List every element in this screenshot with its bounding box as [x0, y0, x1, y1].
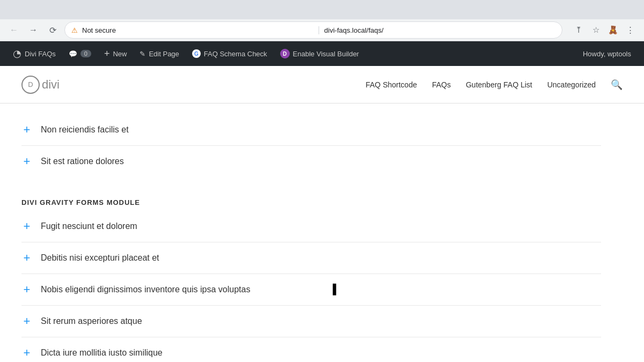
cursor: ▌	[333, 284, 340, 295]
menu-button[interactable]: ⋮	[623, 23, 638, 38]
faq-item[interactable]: + Sit rerum asperiores atque	[21, 306, 601, 337]
nav-uncategorized[interactable]: Uncategorized	[547, 80, 596, 89]
section-heading: DIVI GRAVITY FORMS MODULE	[21, 198, 601, 206]
forward-button[interactable]: →	[26, 23, 41, 38]
faq-title: Dicta iure mollitia iusto similique	[41, 348, 163, 358]
main-faq-list: + Fugit nesciunt et dolorem + Debitis ni…	[21, 211, 601, 362]
main-content: + Non reiciendis facilis et + Sit est ra…	[0, 104, 623, 362]
browser-controls: ← → ⟳ ⚠ Not secure | divi-faqs.local/faq…	[0, 19, 644, 41]
admin-bar-edit-page[interactable]: ✎ Edit Page	[133, 41, 185, 66]
faq-title: Nobis eligendi dignissimos inventore qui…	[41, 285, 250, 294]
logo-text: divi	[42, 78, 60, 92]
faq-item[interactable]: + Fugit nesciunt et dolorem	[21, 211, 601, 242]
faq-title: Non reiciendis facilis et	[41, 125, 129, 135]
faq-title: Debitis nisi excepturi placeat et	[41, 253, 159, 263]
comments-icon: 💬	[69, 50, 77, 58]
browser-chrome: ← → ⟳ ⚠ Not secure | divi-faqs.local/faq…	[0, 0, 644, 41]
divi-icon: D	[280, 49, 290, 58]
admin-bar-howdy: Howdy, wptools	[576, 50, 638, 58]
expand-icon: +	[21, 220, 32, 232]
admin-bar-comments[interactable]: 💬 0	[62, 41, 98, 66]
expand-icon: +	[21, 156, 32, 167]
extensions-button[interactable]: 🧸	[605, 23, 620, 38]
search-button[interactable]: 🔍	[611, 79, 623, 91]
faq-item[interactable]: + Dicta iure mollitia iusto similique	[21, 337, 601, 362]
expand-icon: +	[21, 315, 32, 327]
faq-item[interactable]: + Nobis eligendi dignissimos inventore q…	[21, 274, 601, 306]
not-secure-label: Not secure	[82, 26, 313, 34]
site-header: D divi FAQ Shortcode FAQs Gutenberg FAQ …	[0, 66, 644, 104]
admin-bar-faq-schema[interactable]: G FAQ Schema Check	[186, 41, 274, 66]
faq-title: Sit rerum asperiores atque	[41, 316, 142, 326]
nav-faqs[interactable]: FAQs	[432, 80, 451, 89]
expand-icon: +	[21, 284, 32, 295]
site-nav: FAQ Shortcode FAQs Gutenberg FAQ List Un…	[365, 79, 623, 91]
faq-item[interactable]: + Debitis nisi excepturi placeat et	[21, 242, 601, 274]
google-icon: G	[192, 49, 201, 58]
browser-actions: ⤒ ☆ 🧸 ⋮	[571, 23, 638, 38]
edit-icon: ✎	[140, 50, 145, 58]
expand-icon: +	[21, 124, 32, 136]
admin-bar-site-name[interactable]: ◔ Divi FAQs	[6, 41, 62, 66]
url-display: divi-faqs.local/faqs/	[324, 26, 555, 34]
wordpress-icon: ◔	[13, 48, 21, 60]
admin-bar-enable-vb[interactable]: D Enable Visual Builder	[274, 41, 365, 66]
faq-title: Fugit nesciunt et dolorem	[41, 221, 137, 231]
bookmark-button[interactable]: ☆	[588, 23, 603, 38]
share-button[interactable]: ⤒	[571, 23, 586, 38]
logo-circle-icon: D	[21, 76, 40, 94]
top-faq-list: + Non reiciendis facilis et + Sit est ra…	[21, 114, 601, 177]
faq-item[interactable]: + Non reiciendis facilis et	[21, 114, 601, 146]
back-button[interactable]: ←	[6, 23, 21, 38]
address-bar[interactable]: ⚠ Not secure | divi-faqs.local/faqs/	[64, 21, 562, 39]
expand-icon: +	[21, 347, 32, 359]
faq-item[interactable]: + Sit est ratione dolores	[21, 146, 601, 177]
security-icon: ⚠	[71, 26, 78, 34]
admin-bar-new[interactable]: + New	[98, 41, 134, 66]
reload-button[interactable]: ⟳	[45, 23, 60, 38]
site-logo[interactable]: D divi	[21, 76, 60, 94]
nav-gutenberg-faq[interactable]: Gutenberg FAQ List	[466, 80, 532, 89]
expand-icon: +	[21, 252, 32, 264]
nav-faq-shortcode[interactable]: FAQ Shortcode	[365, 80, 417, 89]
wp-admin-bar: ◔ Divi FAQs 💬 0 + New ✎ Edit Page G FAQ …	[0, 41, 644, 66]
plus-new-icon: +	[104, 48, 110, 60]
tab-bar	[0, 0, 644, 19]
faq-title: Sit est ratione dolores	[41, 157, 124, 166]
